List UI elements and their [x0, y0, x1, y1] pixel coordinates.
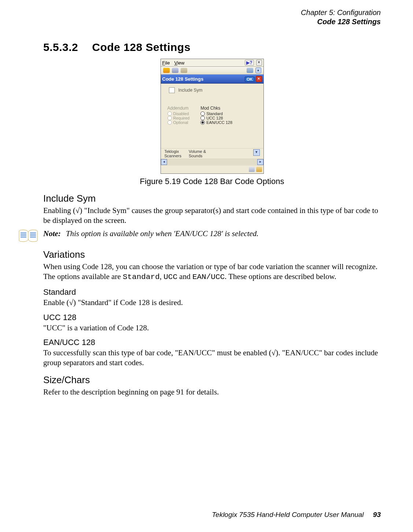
section-title: Code 128 Settings [92, 41, 191, 53]
addendum-heading: Addendum [167, 106, 190, 111]
para-sizechars: Refer to the description beginning on pa… [43, 387, 381, 397]
addendum-group: Addendum Disabled Required Optional [167, 106, 190, 125]
section-heading: 5.5.3.2Code 128 Settings [43, 41, 381, 54]
heading-include-sym: Include Sym [43, 193, 381, 204]
note-text: Note:This option is available only when … [43, 229, 259, 238]
dialog-close-icon[interactable]: × [256, 76, 262, 82]
toolbar-icon[interactable] [247, 68, 253, 73]
modchks-standard[interactable]: Standard [200, 111, 232, 116]
scroll-right-icon[interactable]: ▸ [257, 159, 263, 165]
desktop-icon-scanners[interactable]: Teklogix Scanners [165, 149, 181, 158]
modchks-group: Mod Chks Standard UCC 128 EAN/UCC 128 [200, 106, 232, 125]
footer-page-number: 93 [373, 511, 381, 518]
horizontal-scrollbar[interactable]: ◂ ▸ [161, 159, 263, 165]
section-number: 5.5.3.2 [43, 41, 78, 53]
addendum-disabled: Disabled [167, 111, 190, 116]
radio-icon [167, 116, 172, 120]
menu-file[interactable]: File [162, 60, 170, 66]
dialog-title: Code 128 Settings [162, 76, 245, 82]
figure-caption: Figure 5.19 Code 128 Bar Code Options [43, 177, 381, 186]
para-standard: Enable (√) "Standard" if Code 128 is des… [43, 298, 381, 308]
screenshot-window: File View ▶? × ▴ Code 128 Settings OK × [161, 59, 264, 174]
figure: File View ▶? × ▴ Code 128 Settings OK × [43, 59, 381, 186]
note-label: Note: [43, 229, 61, 238]
tray-icon[interactable] [256, 167, 262, 172]
toolbar-icon[interactable] [163, 68, 170, 73]
heading-standard: Standard [43, 287, 381, 297]
menubar: File View ▶? × [161, 59, 263, 67]
modchks-eanucc128[interactable]: EAN/UCC 128 [200, 120, 232, 125]
page-footer: Teklogix 7535 Hand-Held Computer User Ma… [212, 511, 381, 519]
page: Chapter 5: Configuration Code 128 Settin… [0, 0, 413, 532]
scroll-track[interactable] [167, 159, 257, 165]
close-icon[interactable]: × [256, 60, 262, 66]
toolbar-icon[interactable] [172, 68, 178, 73]
heading-eanucc128: EAN/UCC 128 [43, 338, 381, 347]
addendum-optional: Optional [167, 120, 190, 125]
radio-icon [167, 111, 172, 116]
checkbox-box[interactable] [169, 87, 175, 93]
system-tray [161, 165, 263, 173]
toolbar-icons: ▴ [161, 67, 263, 74]
para-variations: When using Code 128, you can choose the … [43, 262, 381, 282]
running-header: Chapter 5: Configuration Code 128 Settin… [43, 8, 381, 26]
help-arrow-icon[interactable]: ▶? [245, 60, 254, 66]
para-eanucc128: To successfully scan this type of bar co… [43, 348, 381, 368]
note-block: Note:This option is available only when … [18, 229, 381, 242]
desktop-icons-row: Teklogix Scanners Volume & Sounds ▾ [161, 148, 263, 159]
ok-button[interactable]: OK [245, 77, 255, 82]
scroll-left-icon[interactable]: ◂ [161, 159, 167, 165]
toolbar-icon[interactable] [181, 68, 187, 73]
checkbox-label: Include Sym [178, 88, 203, 93]
dialog-body: Include Sym Addendum Disabled Required O… [161, 84, 263, 148]
scroll-up-icon[interactable]: ▴ [255, 67, 261, 73]
note-book-icon [18, 229, 38, 242]
menu-view[interactable]: View [174, 60, 184, 66]
radio-icon [167, 120, 172, 125]
note-body: This option is available only when 'EAN/… [66, 229, 259, 238]
radio-icon[interactable] [200, 116, 205, 120]
tray-icon[interactable] [249, 167, 255, 172]
header-section: Code 128 Settings [43, 17, 381, 26]
dialog-titlebar: Code 128 Settings OK × [161, 74, 263, 84]
radio-icon[interactable] [200, 111, 205, 116]
footer-manual: Teklogix 7535 Hand-Held Computer User Ma… [212, 511, 364, 518]
modchks-heading: Mod Chks [200, 106, 232, 111]
desktop-icon-sounds[interactable]: Volume & Sounds [189, 149, 206, 158]
include-sym-checkbox[interactable]: Include Sym [169, 87, 259, 93]
heading-sizechars: Size/Chars [43, 374, 381, 386]
heading-ucc128: UCC 128 [43, 313, 381, 322]
radio-icon[interactable] [200, 120, 205, 125]
para-include-sym: Enabling (√) "Include Sym" causes the gr… [43, 206, 381, 225]
header-chapter: Chapter 5: Configuration [43, 8, 381, 17]
heading-variations: Variations [43, 249, 381, 260]
modchks-ucc128[interactable]: UCC 128 [200, 116, 232, 120]
scroll-down-icon[interactable]: ▾ [253, 149, 260, 156]
para-ucc128: "UCC" is a variation of Code 128. [43, 323, 381, 333]
option-groups: Addendum Disabled Required Optional Mod … [167, 106, 259, 125]
addendum-required: Required [167, 116, 190, 120]
